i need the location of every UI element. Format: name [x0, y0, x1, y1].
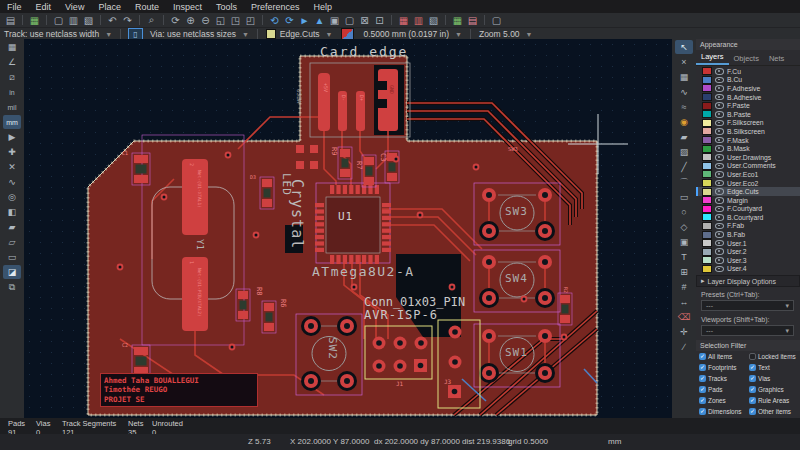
visibility-eye-icon[interactable]: [715, 111, 724, 118]
visibility-eye-icon[interactable]: [715, 68, 724, 75]
cursor-shape-button[interactable]: ▶: [3, 130, 21, 144]
place-text-button[interactable]: T: [675, 250, 693, 264]
tb-lock-button[interactable]: ⊠: [358, 14, 371, 26]
full-crosshair-button[interactable]: ✚: [3, 145, 21, 159]
tb-zoom-objects-button[interactable]: ◳: [229, 14, 242, 26]
tb-zoom-in-button[interactable]: ⊕: [184, 14, 197, 26]
grid-size-dropdown[interactable]: 0.5000 mm (0.0197 in)▼: [359, 29, 465, 40]
tb-mirror-button[interactable]: ▲: [313, 14, 326, 26]
tb-page-settings-button[interactable]: ▢: [52, 14, 65, 26]
delete-tool-button[interactable]: ⌫: [675, 310, 693, 324]
tb-group-button[interactable]: ▣: [328, 14, 341, 26]
layer-row-b.silkscreen[interactable]: B.Silkscreen: [696, 127, 800, 136]
polar-coords-button[interactable]: ∠: [3, 55, 21, 69]
menu-help[interactable]: Help: [307, 2, 340, 12]
tab-layers[interactable]: Layers: [696, 50, 729, 65]
tb-zoom-selection-button[interactable]: ◰: [244, 14, 257, 26]
filter-graphics[interactable]: ✓Graphics: [749, 384, 799, 395]
layer-row-user.1[interactable]: User.1: [696, 239, 800, 248]
tb-redo-button[interactable]: ↷: [121, 14, 134, 26]
layer-row-user.4[interactable]: User.4: [696, 265, 800, 273]
filter-dimensions[interactable]: ✓Dimensions: [699, 406, 749, 417]
tb-drc-check-button[interactable]: ▥: [412, 14, 425, 26]
local-ratsnest-button[interactable]: ×: [675, 55, 693, 69]
filter-text[interactable]: ✓Text: [749, 362, 799, 373]
visibility-eye-icon[interactable]: [715, 180, 724, 187]
visibility-eye-icon[interactable]: [715, 120, 724, 127]
filter-pads[interactable]: ✓Pads: [699, 384, 749, 395]
grid-toggle-button[interactable]: ▦: [3, 40, 21, 54]
visibility-eye-icon[interactable]: [715, 85, 724, 92]
draw-arc-button[interactable]: ⌒: [675, 175, 693, 189]
checkbox[interactable]: ✓: [699, 408, 706, 415]
units-inches-button[interactable]: in: [3, 85, 21, 99]
select-tool-button[interactable]: ↖: [675, 40, 693, 54]
checkbox[interactable]: ✓: [699, 353, 706, 360]
tb-print-button[interactable]: ▥: [67, 14, 80, 26]
place-table-button[interactable]: #: [675, 280, 693, 294]
layer-row-user.3[interactable]: User.3: [696, 256, 800, 265]
menu-preferences[interactable]: Preferences: [244, 2, 307, 12]
layer-row-f.fab[interactable]: F.Fab: [696, 222, 800, 231]
checkbox[interactable]: [749, 353, 756, 360]
layer-row-edge.cuts[interactable]: Edge.Cuts: [696, 187, 800, 196]
visibility-eye-icon[interactable]: [715, 102, 724, 109]
visibility-eye-icon[interactable]: [715, 248, 724, 255]
visibility-eye-icon[interactable]: [715, 163, 724, 170]
layer-row-user.comments[interactable]: User.Comments: [696, 162, 800, 171]
units-mils-button[interactable]: mil: [3, 100, 21, 114]
checkbox[interactable]: ✓: [749, 397, 756, 404]
filter-footprints[interactable]: ✓Footprints: [699, 362, 749, 373]
pad-display-button[interactable]: ◧: [3, 205, 21, 219]
tune-length-button[interactable]: ≈: [675, 100, 693, 114]
layer-row-f.adhesive[interactable]: F.Adhesive: [696, 84, 800, 93]
tb-board-setup-button[interactable]: ▦: [28, 14, 41, 26]
filter-rule-areas[interactable]: ✓Rule Areas: [749, 395, 799, 406]
layer-row-user.eco2[interactable]: User.Eco2: [696, 179, 800, 188]
menu-file[interactable]: File: [0, 2, 29, 12]
filter-vias[interactable]: ✓Vias: [749, 373, 799, 384]
layer-row-f.courtyard[interactable]: F.Courtyard: [696, 205, 800, 214]
place-footprint-button[interactable]: ▦: [675, 70, 693, 84]
layer-row-margin[interactable]: Margin: [696, 196, 800, 205]
menu-inspect[interactable]: Inspect: [166, 2, 209, 12]
visibility-eye-icon[interactable]: [715, 188, 724, 195]
visibility-eye-icon[interactable]: [715, 214, 724, 221]
measure-tool-button[interactable]: ∕: [675, 340, 693, 354]
layer-row-b.adhesive[interactable]: B.Adhesive: [696, 93, 800, 102]
filter-tracks[interactable]: ✓Tracks: [699, 373, 749, 384]
filter-locked-items[interactable]: Locked items: [749, 351, 799, 362]
visibility-eye-icon[interactable]: [715, 206, 724, 213]
pcb-canvas[interactable]: Card edgeUSBA+5VD-D+GNDU1ATmega8U2-ACrys…: [24, 39, 672, 418]
visibility-eye-icon[interactable]: [715, 240, 724, 247]
layer-row-f.cu[interactable]: F.Cu: [696, 67, 800, 76]
rule-area-button[interactable]: ▨: [675, 145, 693, 159]
inactive-layer-dim-button[interactable]: ◪: [3, 265, 21, 279]
dimension-button[interactable]: ↔: [675, 295, 693, 309]
zoom-dropdown[interactable]: Zoom 5.00▼: [475, 29, 537, 40]
place-via-button[interactable]: ◉: [675, 115, 693, 129]
visibility-eye-icon[interactable]: [715, 257, 724, 264]
track-width-dropdown[interactable]: Track: use netclass width▼: [0, 29, 116, 40]
tb-update-pcb-button[interactable]: ▤: [466, 14, 479, 26]
checkbox[interactable]: ✓: [699, 397, 706, 404]
draw-polygon-button[interactable]: ◇: [675, 220, 693, 234]
checkbox[interactable]: ✓: [749, 375, 756, 382]
menu-tools[interactable]: Tools: [209, 2, 244, 12]
layer-row-b.paste[interactable]: B.Paste: [696, 110, 800, 119]
viewports-dropdown[interactable]: ---▾: [701, 325, 794, 336]
tb-3d-viewer-button[interactable]: ▧: [427, 14, 440, 26]
layer-row-user.drawings[interactable]: User.Drawings: [696, 153, 800, 162]
tb-save-button[interactable]: ▤: [4, 14, 17, 26]
layer-row-user.2[interactable]: User.2: [696, 247, 800, 256]
menu-place[interactable]: Place: [91, 2, 128, 12]
visibility-eye-icon[interactable]: [715, 145, 724, 152]
menu-route[interactable]: Route: [128, 2, 166, 12]
visibility-eye-icon[interactable]: [715, 266, 724, 273]
tb-find-button[interactable]: ⌕: [145, 14, 158, 26]
layer-manager-toggle-button[interactable]: ⧉: [3, 280, 21, 294]
draw-circle-button[interactable]: ○: [675, 205, 693, 219]
tb-refresh-button[interactable]: ⟳: [169, 14, 182, 26]
tb-plot-button[interactable]: ▧: [82, 14, 95, 26]
zone-outline-button[interactable]: ▱: [3, 235, 21, 249]
